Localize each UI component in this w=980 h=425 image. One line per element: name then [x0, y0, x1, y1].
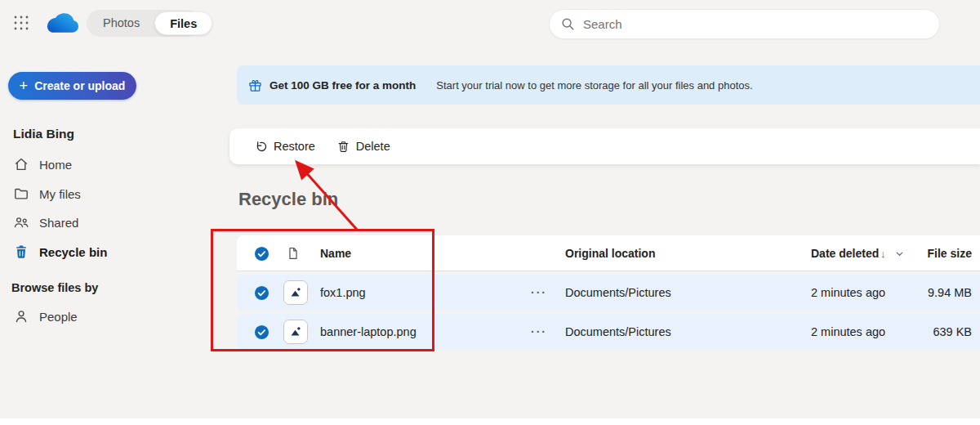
toggle-files[interactable]: Files: [154, 11, 212, 35]
sidebar-item-label: People: [39, 310, 78, 324]
bottom-strip: [0, 418, 980, 425]
search-bar[interactable]: [549, 9, 940, 39]
column-header-name[interactable]: Name: [320, 235, 351, 271]
search-input[interactable]: [583, 17, 928, 31]
sidebar-item-recycle-bin[interactable]: Recycle bin: [7, 238, 211, 266]
banner-subtitle: Start your trial now to get more storage…: [436, 79, 752, 92]
recycle-bin-icon: [13, 244, 29, 260]
row-checkbox-checked[interactable]: [254, 275, 270, 311]
sidebar-item-label: My files: [39, 187, 81, 201]
file-type-column-icon[interactable]: [286, 235, 301, 271]
table-header-row: Name Original location Date deleted ↓ Fi…: [237, 235, 980, 271]
user-name: Lidia Bing: [13, 127, 74, 141]
home-icon: [13, 156, 29, 172]
sidebar-item-label: Home: [39, 158, 72, 172]
table-row[interactable]: fox1.png ··· Documents/Pictures 2 minute…: [237, 275, 980, 311]
table-row[interactable]: banner-laptop.png ··· Documents/Pictures…: [237, 314, 980, 350]
sidebar-item-label: Recycle bin: [39, 245, 107, 259]
browse-files-by-header: Browse files by: [11, 281, 98, 294]
folder-icon: [13, 186, 29, 202]
plus-icon: +: [20, 78, 29, 93]
file-name[interactable]: banner-laptop.png: [320, 314, 416, 350]
restore-icon: [254, 140, 268, 154]
sidebar-item-people[interactable]: People: [7, 302, 211, 330]
more-options-icon[interactable]: ···: [531, 275, 547, 311]
file-name[interactable]: fox1.png: [320, 275, 366, 311]
create-or-upload-button[interactable]: + Create or upload: [8, 72, 136, 100]
image-file-icon: [283, 275, 308, 311]
view-toggle: Photos Files: [87, 10, 200, 37]
select-all-checkbox[interactable]: [254, 235, 270, 271]
search-icon: [561, 17, 575, 31]
sidebar-item-my-files[interactable]: My files: [7, 180, 211, 208]
column-header-date-deleted[interactable]: Date deleted: [811, 235, 879, 271]
page-title: Recycle bin: [238, 189, 338, 210]
column-header-original-location[interactable]: Original location: [565, 235, 655, 271]
command-toolbar: Restore Delete: [229, 128, 980, 164]
sort-descending-icon[interactable]: ↓: [880, 235, 886, 271]
original-location: Documents/Pictures: [565, 314, 671, 350]
restore-label: Restore: [274, 140, 315, 153]
trash-icon: [336, 140, 350, 154]
image-file-icon: [283, 314, 308, 350]
toggle-photos[interactable]: Photos: [88, 11, 154, 35]
delete-label: Delete: [356, 140, 390, 153]
date-deleted: 2 minutes ago: [811, 314, 885, 350]
app-launcher-icon[interactable]: [13, 15, 29, 31]
chevron-down-icon[interactable]: [895, 235, 904, 271]
file-size: 9.94 MB: [928, 275, 972, 311]
restore-button[interactable]: Restore: [246, 134, 323, 159]
delete-button[interactable]: Delete: [328, 134, 399, 159]
column-header-file-size[interactable]: File size: [928, 235, 972, 271]
onedrive-logo-icon[interactable]: [46, 11, 80, 34]
people-icon: [13, 214, 29, 230]
banner-title: Get 100 GB free for a month: [270, 79, 416, 92]
promo-banner[interactable]: Get 100 GB free for a month Start your t…: [237, 65, 980, 105]
create-or-upload-label: Create or upload: [34, 79, 125, 92]
gift-icon: [248, 78, 262, 92]
row-checkbox-checked[interactable]: [254, 314, 270, 350]
date-deleted: 2 minutes ago: [811, 275, 885, 311]
sidebar-item-home[interactable]: Home: [7, 150, 211, 178]
person-icon: [13, 308, 29, 324]
file-size: 639 KB: [933, 314, 972, 350]
more-options-icon[interactable]: ···: [531, 314, 547, 350]
sidebar-item-shared[interactable]: Shared: [7, 208, 211, 236]
original-location: Documents/Pictures: [565, 275, 671, 311]
sidebar-item-label: Shared: [39, 216, 78, 230]
